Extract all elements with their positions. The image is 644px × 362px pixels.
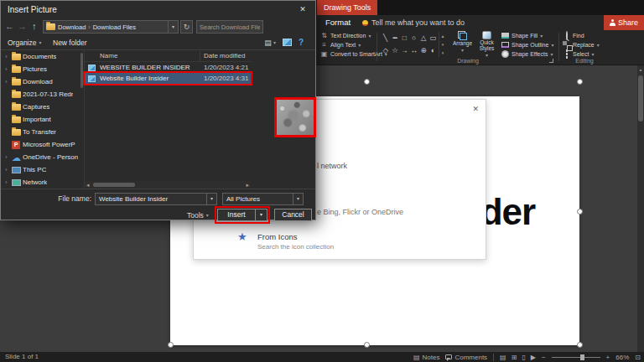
search-input[interactable]: [196, 20, 263, 34]
column-header-date[interactable]: Date modified: [204, 52, 245, 59]
shape-glyph[interactable]: ▭: [428, 32, 438, 44]
shape-glyph[interactable]: □: [400, 32, 409, 44]
selection-handle[interactable]: [577, 342, 583, 348]
cancel-button[interactable]: Cancel: [274, 209, 312, 221]
find-button[interactable]: Find: [563, 31, 584, 40]
sidebar-item-to-transfer[interactable]: To Transfer: [1, 126, 83, 138]
selection-handle[interactable]: [364, 79, 370, 85]
arrange-button[interactable]: Arrange ▾: [451, 31, 474, 58]
shape-outline-button[interactable]: Shape Outline ▾: [501, 40, 553, 49]
sidebar-item-onedrive-person[interactable]: ›☁OneDrive - Person: [1, 151, 83, 163]
horizontal-scrollbar[interactable]: ◂ ▸: [85, 181, 251, 189]
organize-button[interactable]: Organize ▾: [8, 35, 42, 49]
preview-pane-icon[interactable]: [283, 39, 292, 46]
help-button[interactable]: ?: [299, 38, 304, 47]
insert-button[interactable]: Insert ▾: [217, 209, 267, 221]
comments-button[interactable]: Comments: [445, 354, 487, 361]
breadcrumb-item[interactable]: Download Files: [93, 23, 136, 31]
separator: [493, 354, 494, 361]
file-row[interactable]: WEBSITE BUILDER INSIDER1/20/2023 4:21: [85, 62, 251, 73]
selection-handle[interactable]: [168, 342, 174, 348]
back-button[interactable]: ←: [5, 21, 14, 31]
sidebar-item-2021-07-13-redr[interactable]: 2021-07-13 Redr: [1, 88, 83, 101]
zoom-out-button[interactable]: −: [542, 354, 546, 361]
column-divider[interactable]: [200, 51, 200, 61]
selection-handle[interactable]: [364, 342, 370, 348]
tools-button[interactable]: Tools ▾: [187, 209, 209, 221]
selection-handle[interactable]: [577, 209, 583, 215]
slide-sorter-view-icon[interactable]: ⊞: [512, 354, 517, 361]
shape-fill-button[interactable]: Shape Fill ▾: [501, 31, 543, 40]
shape-glyph[interactable]: ━: [390, 32, 399, 44]
normal-view-icon[interactable]: ▤: [500, 354, 506, 361]
vertical-scrollbar[interactable]: ▲: [637, 65, 644, 352]
drawing-tools-contextual-tab[interactable]: Drawing Tools: [317, 0, 377, 15]
shape-glyph[interactable]: ☆: [390, 44, 399, 57]
file-row[interactable]: Website Builder Insider1/20/2023 4:31: [85, 73, 251, 84]
scroll-up-icon[interactable]: ▲: [441, 34, 445, 39]
scrollbar-thumb[interactable]: [638, 75, 643, 122]
text-direction-button[interactable]: ⇅ Text Direction ▾: [320, 31, 371, 40]
tell-me-box[interactable]: Tell me what you want to do: [362, 15, 465, 30]
zoom-in-button[interactable]: +: [606, 354, 610, 361]
sidebar-item-network[interactable]: ›Network: [1, 176, 83, 189]
fit-to-window-icon[interactable]: ⊡: [635, 354, 641, 361]
dropdown-icon[interactable]: ▾: [206, 194, 216, 204]
quick-styles-button[interactable]: Quick Styles ▾: [475, 31, 498, 58]
scroll-right-icon[interactable]: ▸: [246, 182, 249, 189]
refresh-button[interactable]: ↻: [180, 20, 193, 34]
file-type-select[interactable]: All Pictures ▾: [222, 193, 304, 205]
align-text-button[interactable]: ≡ Align Text ▾: [320, 40, 361, 49]
replace-button[interactable]: Replace ▾: [563, 40, 600, 49]
sidebar-item-captures[interactable]: Captures: [1, 101, 83, 113]
shape-glyph[interactable]: ○: [409, 32, 418, 44]
shape-glyph[interactable]: ↔: [409, 44, 418, 57]
column-header-name[interactable]: Name: [100, 52, 117, 59]
zoom-level[interactable]: 66%: [615, 354, 629, 361]
dialog-launcher-icon[interactable]: [549, 59, 553, 63]
dropdown-icon[interactable]: ▾: [293, 194, 303, 204]
more-shapes-icon[interactable]: ▾: [442, 50, 444, 55]
address-dropdown-icon[interactable]: ▾: [168, 21, 178, 33]
from-icons-option[interactable]: From Icons: [257, 232, 298, 241]
flyout-close-icon[interactable]: ✕: [472, 105, 479, 113]
notes-button[interactable]: ▤ Notes: [413, 354, 439, 361]
scroll-up-icon[interactable]: ▲: [637, 65, 644, 74]
insert-dropdown-icon[interactable]: ▾: [255, 209, 267, 220]
shape-glyph[interactable]: △: [418, 32, 428, 44]
file-name-input[interactable]: Website Builder Insider ▾: [95, 193, 217, 205]
preview-thumbnail[interactable]: [277, 100, 314, 135]
dialog-close-button[interactable]: ✕: [290, 1, 315, 18]
sidebar-item-important[interactable]: Important: [1, 113, 83, 126]
group-separator: [377, 33, 377, 61]
zoom-slider-thumb[interactable]: [580, 354, 584, 360]
shape-glyph[interactable]: ╲: [381, 32, 390, 44]
scroll-down-icon[interactable]: ▾: [442, 42, 444, 47]
shape-glyph[interactable]: ◇: [381, 44, 390, 57]
shape-glyph[interactable]: →: [400, 44, 409, 57]
up-button[interactable]: ↑: [32, 21, 37, 31]
shape-gallery-scrollbar[interactable]: ▲ ▾ ▾: [439, 32, 446, 57]
zoom-slider[interactable]: [552, 354, 600, 361]
breadcrumb-item[interactable]: Download: [58, 23, 86, 31]
sidebar-item-documents[interactable]: ›Documents: [1, 50, 83, 63]
share-button[interactable]: Share: [604, 15, 644, 30]
scroll-left-icon[interactable]: ◂: [86, 182, 90, 189]
sidebar-item-download[interactable]: ›Download: [1, 75, 83, 88]
shape-glyph[interactable]: ⊕: [418, 44, 428, 57]
selection-handle[interactable]: [577, 79, 583, 85]
tab-format[interactable]: Format: [320, 15, 356, 30]
sidebar-item-this-pc[interactable]: ›This PC: [1, 163, 83, 176]
sidebar-item-pictures[interactable]: ›Pictures: [1, 63, 83, 75]
reading-view-icon[interactable]: ▯: [522, 354, 525, 361]
new-folder-button[interactable]: New folder: [53, 35, 87, 49]
sidebar-scrollbar[interactable]: [80, 53, 83, 88]
sidebar-item-microsoft-powerp[interactable]: PMicrosoft PowerP: [1, 138, 83, 151]
address-bar[interactable]: Download›Download Files ▾: [43, 20, 179, 34]
change-view-button[interactable]: ▤ ▾: [264, 39, 276, 47]
forward-button[interactable]: →: [18, 21, 27, 31]
slideshow-view-icon[interactable]: ▶: [531, 354, 536, 361]
file-name-label: File name:: [56, 194, 91, 203]
scrollbar-thumb[interactable]: [93, 183, 135, 187]
shape-glyph[interactable]: ◐: [428, 44, 438, 57]
